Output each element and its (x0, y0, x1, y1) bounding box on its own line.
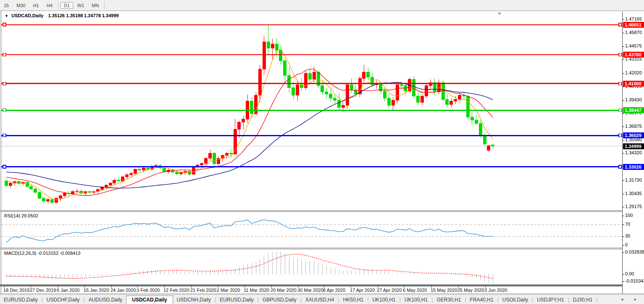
candle-body (55, 198, 58, 203)
tab-scroll-arrows[interactable]: ◂ ▸ (621, 297, 641, 301)
level-anchor[interactable] (619, 134, 622, 137)
chart-tab-audusd[interactable]: AUDUSD,Daily (85, 296, 126, 304)
price-pane[interactable]: ▼ USDCAD,Daily 1.35126 1.35198 1.34778 1… (1, 11, 622, 210)
candle-body (113, 180, 116, 183)
chart-tab-bar: EURUSD,Daily|USDCHF,Daily|AUDUSD,DailyUS… (0, 294, 644, 304)
candle-body (342, 106, 344, 108)
symbol-dropdown-icon[interactable]: ▼ (5, 14, 8, 18)
candle-body (213, 153, 216, 164)
candle-body (63, 193, 66, 196)
candle-body (130, 173, 133, 175)
chart-tab-hk50[interactable]: HK50,H1 (339, 296, 368, 304)
chart-tab-usdjpy[interactable]: USDJPY,H1 (533, 296, 568, 304)
candle-body (38, 193, 41, 198)
level-anchor[interactable] (619, 82, 622, 85)
candle-body (134, 169, 137, 173)
current-price-badge: 1.34999 (623, 143, 644, 149)
chart-tab-uk100[interactable]: UK100,H1 (368, 296, 399, 304)
level-anchor[interactable] (3, 23, 6, 26)
level-anchor[interactable] (3, 165, 6, 168)
chart-tab-dj30[interactable]: DJ30,H1 (569, 296, 597, 304)
date-label: 15 Jan 2020 (84, 288, 109, 293)
price-tick (623, 194, 624, 194)
chart-tab-xauusd[interactable]: XAUUSD,H4 (302, 296, 338, 304)
chart-tab-usdcnh[interactable]: USDCNH,Daily (173, 296, 215, 304)
candle-body (292, 88, 295, 95)
chart-tab-ger30[interactable]: GER30,H1 (433, 296, 465, 304)
level-anchor[interactable] (3, 53, 6, 56)
candle-body (325, 92, 328, 94)
chart-tab-gbpusd[interactable]: GBPUSD,Daily (259, 296, 300, 304)
timeframe-button-m30[interactable]: M30 (13, 2, 29, 9)
level-anchor[interactable] (3, 109, 6, 112)
candle-body (425, 86, 428, 96)
macd-pane[interactable]: MACD(12,26,9) -0.013152 -0.008413 (1, 249, 622, 285)
price-label: 1.31730 (625, 177, 642, 182)
level-anchor[interactable] (619, 109, 622, 112)
rsi-label: 30 (625, 233, 630, 238)
candle-body (76, 191, 79, 191)
candle-body (263, 42, 265, 69)
macd-signal-line (6, 254, 493, 278)
timeframe-button-d1[interactable]: D1 (60, 2, 73, 9)
level-anchor[interactable] (619, 165, 622, 168)
timeframe-button-h4[interactable]: H4 (43, 2, 56, 9)
chart-tab-fra40[interactable]: FRA40,H1 (466, 296, 497, 304)
level-anchor[interactable] (619, 53, 622, 56)
level-price-badge: 1.36029 (623, 132, 644, 138)
rsi-pane[interactable]: RSI(14) 29.0502 (1, 212, 622, 248)
candle-body (50, 199, 53, 202)
date-label: 20 Mar 2020 (271, 288, 297, 293)
fast-ma-line (6, 49, 493, 200)
level-price-badge: 1.41000 (623, 81, 644, 87)
candle-body (271, 44, 274, 48)
chart-tab-eurusd[interactable]: EURUSD,Daily (0, 296, 42, 304)
date-axis[interactable]: 18 Dec 201927 Dec 20196 Jan 202015 Jan 2… (1, 286, 644, 293)
candle-body (279, 50, 282, 61)
timeframe-button-15[interactable]: 15 (0, 2, 12, 9)
candle-body (126, 175, 129, 177)
date-label: 24 Jan 2020 (110, 288, 136, 293)
date-label: 25 May 2020 (457, 288, 484, 293)
rsi-tick (623, 225, 624, 225)
level-anchor[interactable] (619, 23, 622, 26)
chart-tab-usdcad-active[interactable]: USDCAD,Daily (126, 296, 173, 304)
timeframe-button-w1[interactable]: W1 (74, 2, 88, 9)
price-label: 1.36875 (625, 124, 642, 129)
price-tick (623, 59, 624, 60)
candle-body (142, 168, 145, 170)
medium-ma-line (6, 69, 493, 196)
price-axis[interactable]: 1.471651.458701.445751.433151.420201.407… (622, 11, 644, 293)
level-anchor[interactable] (3, 134, 6, 137)
candle-body (313, 72, 315, 79)
timeframe-button-h1[interactable]: H1 (30, 2, 42, 9)
candle-body (450, 101, 453, 104)
candle-body (417, 96, 420, 103)
level-anchor[interactable] (3, 82, 6, 85)
candle-body (446, 99, 449, 104)
price-label: 1.39430 (625, 97, 642, 102)
chart-tab-eurusd[interactable]: EURUSD,Daily (216, 296, 258, 304)
chart-shift-marker-icon[interactable] (497, 13, 502, 15)
candle-body (387, 98, 390, 106)
date-label: 17 Apr 2020 (350, 288, 375, 293)
rsi-tick (623, 236, 624, 237)
rsi-canvas[interactable] (1, 212, 622, 248)
date-label: 11 Mar 2020 (244, 288, 269, 293)
chart-tab-usdchf[interactable]: USDCHF,Daily (43, 296, 84, 304)
date-label: 8 Apr 2020 (323, 288, 345, 293)
chart-tab-uk100[interactable]: UK100,H1 (401, 296, 431, 304)
candle-body (487, 145, 490, 150)
price-chart-canvas[interactable] (1, 11, 622, 210)
candle-body (479, 123, 482, 136)
candle-body (109, 183, 112, 185)
timeframe-button-mn[interactable]: MN (88, 2, 102, 9)
candle-body (258, 69, 261, 95)
candle-body (275, 44, 278, 50)
macd-canvas[interactable] (1, 249, 622, 285)
chart-tab-usoil[interactable]: USOil,Daily (499, 296, 532, 304)
candle-body (483, 136, 486, 144)
candle-body (421, 96, 424, 103)
candle-body (5, 181, 8, 186)
level-price-badge: 1.33026 (623, 164, 644, 170)
